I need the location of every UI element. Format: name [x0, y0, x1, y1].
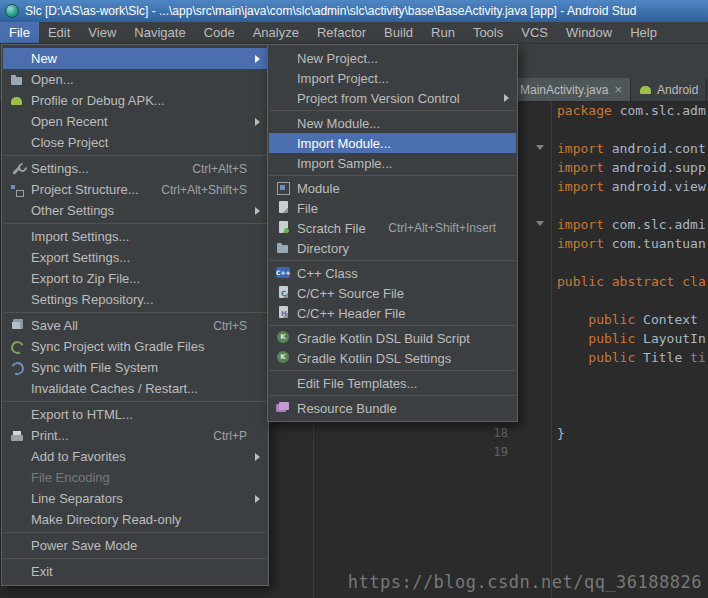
- menubar-item-tools[interactable]: Tools: [464, 22, 512, 43]
- fold-marker-icon[interactable]: [536, 145, 544, 150]
- title-bar[interactable]: Slc [D:\AS\as-work\Slc] - ...\app\src\ma…: [0, 0, 708, 22]
- menu-item-icon: [10, 52, 25, 66]
- submenu-item-new-module[interactable]: New Module...: [269, 113, 516, 133]
- submenu-item-gradle-kotlin-dsl-settings[interactable]: Gradle Kotlin DSL Settings: [269, 348, 516, 368]
- submenu-item-c-c-source-file[interactable]: C/C++ Source File: [269, 283, 516, 303]
- file-sync-icon: [10, 361, 25, 375]
- open-folder-icon: [10, 73, 25, 87]
- menu-item-export-to-zip-file[interactable]: Export to Zip File...: [3, 268, 267, 289]
- submenu-item-resource-bundle[interactable]: Resource Bundle: [269, 398, 516, 418]
- menubar-item-view[interactable]: View: [79, 22, 125, 43]
- menubar-item-refactor[interactable]: Refactor: [308, 22, 375, 43]
- scratch-file-icon: [276, 221, 291, 235]
- menu-item-icon: [276, 136, 291, 150]
- menu-item-sync-project-with-gradle-files[interactable]: Sync Project with Gradle Files: [3, 336, 267, 357]
- menu-separator: [3, 155, 267, 156]
- project-structure-icon: [10, 183, 25, 197]
- menu-separator: [269, 370, 516, 371]
- menubar-item-edit[interactable]: Edit: [39, 22, 79, 43]
- code-line: }: [557, 424, 706, 443]
- menu-item-icon: [10, 492, 25, 506]
- submenu-item-directory[interactable]: Directory: [269, 238, 516, 258]
- menubar-item-window[interactable]: Window: [557, 22, 621, 43]
- android-icon: [10, 94, 25, 108]
- code-line: import com.slc.admi: [557, 215, 706, 234]
- code-line: [557, 367, 706, 386]
- menubar-item-vcs[interactable]: VCS: [512, 22, 557, 43]
- menu-item-profile-or-debug-apk[interactable]: Profile or Debug APK...: [3, 90, 267, 111]
- menu-separator: [3, 558, 267, 559]
- menu-separator: [3, 312, 267, 313]
- menu-item-make-directory-read-only[interactable]: Make Directory Read-only: [3, 509, 267, 530]
- submenu-item-file[interactable]: File: [269, 198, 516, 218]
- menu-item-file-encoding[interactable]: File Encoding: [3, 467, 267, 488]
- menu-item-power-save-mode[interactable]: Power Save Mode: [3, 535, 267, 556]
- directory-icon: [276, 241, 291, 255]
- menubar-item-build[interactable]: Build: [375, 22, 422, 43]
- submenu-arrow-icon: [255, 453, 260, 461]
- menu-item-save-all[interactable]: Save All Ctrl+S: [3, 315, 267, 336]
- gradle-kotlin-settings-icon: [276, 351, 291, 365]
- submenu-arrow-icon: [255, 118, 260, 126]
- editor-tab-mainactivity-java[interactable]: MainActivity.java ×: [512, 78, 631, 101]
- editor-tab-android[interactable]: Android: [631, 78, 707, 101]
- menu-item-print[interactable]: Print... Ctrl+P: [3, 425, 267, 446]
- code-line: public abstract cla: [557, 272, 706, 291]
- menu-item-settings[interactable]: Settings... Ctrl+Alt+S: [3, 158, 267, 179]
- menu-item-icon: [10, 565, 25, 579]
- menu-item-export-settings[interactable]: Export Settings...: [3, 247, 267, 268]
- menu-item-icon: [276, 156, 291, 170]
- submenu-item-import-project[interactable]: Import Project...: [269, 68, 516, 88]
- menu-item-exit[interactable]: Exit: [3, 561, 267, 582]
- submenu-arrow-icon: [255, 55, 260, 63]
- menubar-item-code[interactable]: Code: [195, 22, 244, 43]
- submenu-item-import-sample[interactable]: Import Sample...: [269, 153, 516, 173]
- code-line: [557, 120, 706, 139]
- cpp-class-icon: [276, 266, 291, 280]
- menu-item-icon: [10, 539, 25, 553]
- submenu-item-import-module[interactable]: Import Module...: [269, 133, 516, 153]
- menubar-item-file[interactable]: File: [0, 22, 39, 43]
- fold-marker-icon[interactable]: [536, 221, 544, 226]
- menu-item-icon: [10, 471, 25, 485]
- submenu-item-scratch-file[interactable]: Scratch File Ctrl+Alt+Shift+Insert: [269, 218, 516, 238]
- menu-item-import-settings[interactable]: Import Settings...: [3, 226, 267, 247]
- menu-item-sync-with-file-system[interactable]: Sync with File System: [3, 357, 267, 378]
- code-line: import android.cont: [557, 139, 706, 158]
- submenu-item-new-project[interactable]: New Project...: [269, 48, 516, 68]
- menu-item-other-settings[interactable]: Other Settings: [3, 200, 267, 221]
- menu-item-close-project[interactable]: Close Project: [3, 132, 267, 153]
- menu-item-export-to-html[interactable]: Export to HTML...: [3, 404, 267, 425]
- menu-separator: [269, 175, 516, 176]
- submenu-item-c-c-header-file[interactable]: C/C++ Header File: [269, 303, 516, 323]
- menu-item-add-to-favorites[interactable]: Add to Favorites: [3, 446, 267, 467]
- code-line: package com.slc.adm: [557, 101, 706, 120]
- code-editor[interactable]: package com.slc.admimport android.contim…: [557, 101, 706, 462]
- menu-item-line-separators[interactable]: Line Separators: [3, 488, 267, 509]
- menu-item-open-recent[interactable]: Open Recent: [3, 111, 267, 132]
- window-title: Slc [D:\AS\as-work\Slc] - ...\app\src\ma…: [25, 4, 636, 18]
- menu-separator: [269, 110, 516, 111]
- menu-item-open[interactable]: Open...: [3, 69, 267, 90]
- printer-icon: [10, 429, 25, 443]
- menu-item-icon: [10, 293, 25, 307]
- submenu-item-module[interactable]: Module: [269, 178, 516, 198]
- menubar-item-help[interactable]: Help: [621, 22, 666, 43]
- menu-separator: [269, 395, 516, 396]
- menubar-item-run[interactable]: Run: [422, 22, 464, 43]
- tab-close-icon[interactable]: ×: [614, 83, 622, 96]
- submenu-arrow-icon: [255, 495, 260, 503]
- submenu-item-project-from-version-control[interactable]: Project from Version Control: [269, 88, 516, 108]
- menu-item-invalidate-caches-restart[interactable]: Invalidate Caches / Restart...: [3, 378, 267, 399]
- menubar-item-analyze[interactable]: Analyze: [244, 22, 308, 43]
- submenu-item-gradle-kotlin-dsl-build-script[interactable]: Gradle Kotlin DSL Build Script: [269, 328, 516, 348]
- menu-item-settings-repository[interactable]: Settings Repository...: [3, 289, 267, 310]
- code-line: [557, 196, 706, 215]
- submenu-item-c-class[interactable]: C++ Class: [269, 263, 516, 283]
- submenu-arrow-icon: [504, 94, 509, 102]
- menubar-item-navigate[interactable]: Navigate: [125, 22, 194, 43]
- menu-item-new[interactable]: New: [3, 48, 267, 69]
- submenu-item-edit-file-templates[interactable]: Edit File Templates...: [269, 373, 516, 393]
- save-all-icon: [10, 319, 25, 333]
- menu-item-project-structure[interactable]: Project Structure... Ctrl+Alt+Shift+S: [3, 179, 267, 200]
